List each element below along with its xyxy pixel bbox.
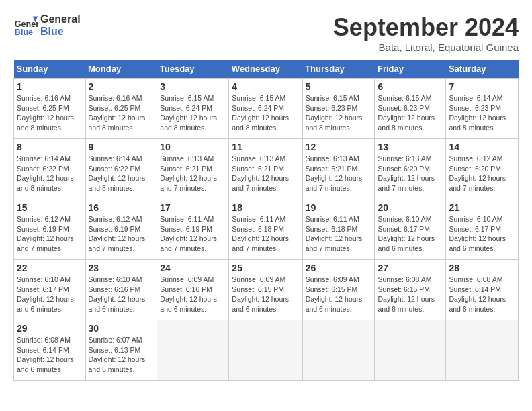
day-number: 17: [160, 202, 226, 213]
day-number: 15: [17, 202, 83, 213]
day-number: 11: [232, 142, 299, 152]
day-info: Sunrise: 6:09 AM Sunset: 6:16 PM Dayligh…: [160, 275, 226, 314]
day-number: 14: [449, 142, 515, 152]
calendar-day-cell: 13 Sunrise: 6:13 AM Sunset: 6:20 PM Dayl…: [375, 139, 446, 199]
day-info: Sunrise: 6:08 AM Sunset: 6:14 PM Dayligh…: [449, 275, 515, 314]
calendar-day-cell: 6 Sunrise: 6:15 AM Sunset: 6:23 PM Dayli…: [375, 79, 446, 139]
day-info: Sunrise: 6:14 AM Sunset: 6:23 PM Dayligh…: [449, 93, 515, 133]
day-number: 9: [89, 142, 154, 152]
calendar-day-cell: 23 Sunrise: 6:10 AM Sunset: 6:16 PM Dayl…: [85, 260, 157, 320]
day-info: Sunrise: 6:11 AM Sunset: 6:18 PM Dayligh…: [232, 214, 299, 254]
calendar-week-row: 1 Sunrise: 6:16 AM Sunset: 6:25 PM Dayli…: [14, 79, 519, 139]
logo-icon: General Blue: [13, 13, 38, 38]
day-number: 6: [378, 81, 443, 92]
day-info: Sunrise: 6:08 AM Sunset: 6:14 PM Dayligh…: [17, 335, 83, 375]
calendar-day-cell: 26 Sunrise: 6:09 AM Sunset: 6:15 PM Dayl…: [302, 260, 375, 320]
day-of-week-header: Tuesday: [157, 60, 229, 79]
day-info: Sunrise: 6:13 AM Sunset: 6:21 PM Dayligh…: [232, 154, 299, 193]
day-of-week-header: Thursday: [302, 60, 375, 79]
day-number: 28: [449, 263, 515, 273]
day-number: 18: [232, 202, 299, 213]
calendar-day-cell: [157, 320, 229, 381]
logo-line1: General: [40, 13, 81, 26]
day-number: 20: [378, 202, 443, 213]
calendar-day-cell: 17 Sunrise: 6:11 AM Sunset: 6:19 PM Dayl…: [157, 199, 229, 260]
calendar-day-cell: 30 Sunrise: 6:07 AM Sunset: 6:13 PM Dayl…: [85, 320, 157, 381]
day-number: 30: [89, 323, 154, 334]
calendar-day-cell: 14 Sunrise: 6:12 AM Sunset: 6:20 PM Dayl…: [446, 139, 519, 199]
calendar-day-cell: 7 Sunrise: 6:14 AM Sunset: 6:23 PM Dayli…: [446, 79, 519, 139]
calendar-day-cell: 28 Sunrise: 6:08 AM Sunset: 6:14 PM Dayl…: [446, 260, 519, 320]
calendar-table: SundayMondayTuesdayWednesdayThursdayFrid…: [13, 60, 519, 381]
day-info: Sunrise: 6:13 AM Sunset: 6:20 PM Dayligh…: [378, 154, 443, 193]
day-of-week-header: Friday: [375, 60, 446, 79]
calendar-day-cell: 16 Sunrise: 6:12 AM Sunset: 6:19 PM Dayl…: [85, 199, 157, 260]
day-info: Sunrise: 6:09 AM Sunset: 6:15 PM Dayligh…: [306, 275, 372, 314]
calendar-day-cell: 9 Sunrise: 6:14 AM Sunset: 6:22 PM Dayli…: [85, 139, 157, 199]
day-info: Sunrise: 6:12 AM Sunset: 6:19 PM Dayligh…: [17, 214, 83, 254]
day-number: 25: [232, 263, 299, 273]
calendar-header-row: SundayMondayTuesdayWednesdayThursdayFrid…: [14, 60, 519, 79]
day-number: 8: [17, 142, 83, 152]
day-info: Sunrise: 6:12 AM Sunset: 6:20 PM Dayligh…: [449, 154, 515, 193]
day-of-week-header: Monday: [85, 60, 157, 79]
calendar-day-cell: 19 Sunrise: 6:11 AM Sunset: 6:18 PM Dayl…: [302, 199, 375, 260]
calendar-day-cell: [302, 320, 375, 381]
day-number: 19: [306, 202, 372, 213]
page-header: General Blue General Blue September 2024…: [13, 13, 519, 53]
calendar-day-cell: 10 Sunrise: 6:13 AM Sunset: 6:21 PM Dayl…: [157, 139, 229, 199]
calendar-week-row: 8 Sunrise: 6:14 AM Sunset: 6:22 PM Dayli…: [14, 139, 519, 199]
day-number: 24: [160, 263, 226, 273]
calendar-day-cell: 2 Sunrise: 6:16 AM Sunset: 6:25 PM Dayli…: [85, 79, 157, 139]
day-number: 3: [160, 81, 226, 92]
day-number: 22: [17, 263, 83, 273]
day-of-week-header: Saturday: [446, 60, 519, 79]
day-number: 21: [449, 202, 515, 213]
calendar-day-cell: [375, 320, 446, 381]
month-title: September 2024: [333, 13, 519, 42]
day-number: 29: [17, 323, 83, 334]
day-info: Sunrise: 6:13 AM Sunset: 6:21 PM Dayligh…: [306, 154, 372, 193]
day-info: Sunrise: 6:15 AM Sunset: 6:24 PM Dayligh…: [232, 93, 299, 133]
day-info: Sunrise: 6:12 AM Sunset: 6:19 PM Dayligh…: [89, 214, 154, 254]
calendar-day-cell: 22 Sunrise: 6:10 AM Sunset: 6:17 PM Dayl…: [14, 260, 86, 320]
calendar-week-row: 22 Sunrise: 6:10 AM Sunset: 6:17 PM Dayl…: [14, 260, 519, 320]
day-number: 2: [89, 81, 154, 92]
calendar-day-cell: 11 Sunrise: 6:13 AM Sunset: 6:21 PM Dayl…: [229, 139, 302, 199]
calendar-day-cell: 15 Sunrise: 6:12 AM Sunset: 6:19 PM Dayl…: [14, 199, 86, 260]
calendar-day-cell: 3 Sunrise: 6:15 AM Sunset: 6:24 PM Dayli…: [157, 79, 229, 139]
calendar-day-cell: 18 Sunrise: 6:11 AM Sunset: 6:18 PM Dayl…: [229, 199, 302, 260]
day-info: Sunrise: 6:14 AM Sunset: 6:22 PM Dayligh…: [89, 154, 154, 193]
day-info: Sunrise: 6:08 AM Sunset: 6:15 PM Dayligh…: [378, 275, 443, 314]
day-info: Sunrise: 6:16 AM Sunset: 6:25 PM Dayligh…: [89, 93, 154, 133]
day-number: 5: [306, 81, 372, 92]
day-of-week-header: Wednesday: [229, 60, 302, 79]
calendar-day-cell: 12 Sunrise: 6:13 AM Sunset: 6:21 PM Dayl…: [302, 139, 375, 199]
calendar-week-row: 29 Sunrise: 6:08 AM Sunset: 6:14 PM Dayl…: [14, 320, 519, 381]
day-info: Sunrise: 6:11 AM Sunset: 6:18 PM Dayligh…: [306, 214, 372, 254]
calendar-day-cell: 29 Sunrise: 6:08 AM Sunset: 6:14 PM Dayl…: [14, 320, 86, 381]
day-number: 23: [89, 263, 154, 273]
day-info: Sunrise: 6:15 AM Sunset: 6:23 PM Dayligh…: [306, 93, 372, 133]
calendar-day-cell: 20 Sunrise: 6:10 AM Sunset: 6:17 PM Dayl…: [375, 199, 446, 260]
day-info: Sunrise: 6:16 AM Sunset: 6:25 PM Dayligh…: [17, 93, 83, 133]
day-info: Sunrise: 6:10 AM Sunset: 6:17 PM Dayligh…: [449, 214, 515, 254]
day-number: 1: [17, 81, 83, 92]
calendar-day-cell: 4 Sunrise: 6:15 AM Sunset: 6:24 PM Dayli…: [229, 79, 302, 139]
day-info: Sunrise: 6:14 AM Sunset: 6:22 PM Dayligh…: [17, 154, 83, 193]
calendar-week-row: 15 Sunrise: 6:12 AM Sunset: 6:19 PM Dayl…: [14, 199, 519, 260]
day-number: 7: [449, 81, 515, 92]
day-number: 16: [89, 202, 154, 213]
calendar-day-cell: [446, 320, 519, 381]
day-number: 13: [378, 142, 443, 152]
day-of-week-header: Sunday: [14, 60, 86, 79]
logo-line2: Blue: [40, 26, 81, 38]
day-info: Sunrise: 6:10 AM Sunset: 6:16 PM Dayligh…: [89, 275, 154, 314]
day-number: 27: [378, 263, 443, 273]
calendar-day-cell: [229, 320, 302, 381]
day-info: Sunrise: 6:15 AM Sunset: 6:24 PM Dayligh…: [160, 93, 226, 133]
svg-text:Blue: Blue: [15, 28, 33, 37]
day-number: 12: [306, 142, 372, 152]
calendar-day-cell: 27 Sunrise: 6:08 AM Sunset: 6:15 PM Dayl…: [375, 260, 446, 320]
calendar-day-cell: 21 Sunrise: 6:10 AM Sunset: 6:17 PM Dayl…: [446, 199, 519, 260]
